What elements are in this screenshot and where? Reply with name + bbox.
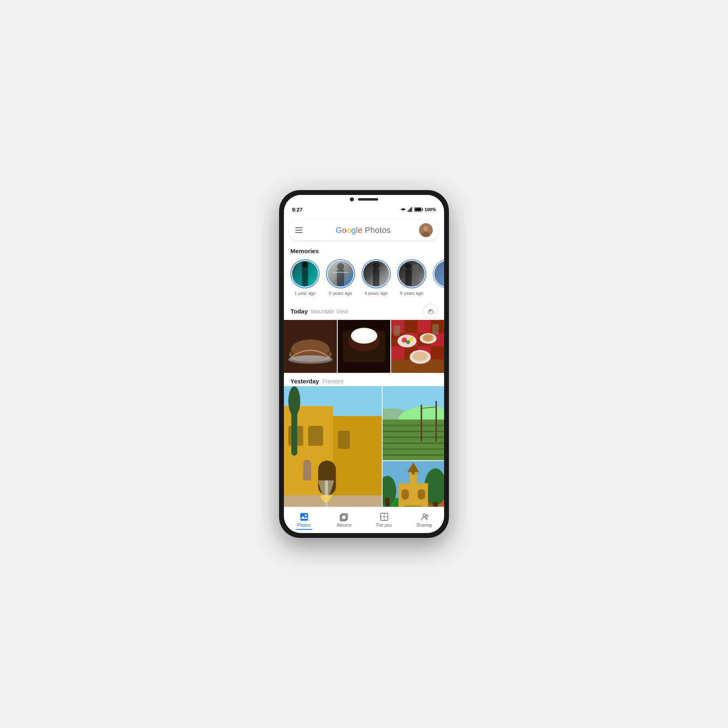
today-section-header: Today Mountain View [284,301,444,320]
memory-photo-2 [328,261,353,287]
app-header: Google Photos [289,220,439,240]
svg-point-50 [409,337,413,341]
svg-rect-80 [436,401,437,442]
svg-rect-67 [303,466,311,480]
cloud-icon [427,308,434,314]
svg-point-98 [305,514,307,516]
menu-button[interactable] [295,224,307,236]
svg-rect-92 [410,468,417,470]
title-o1: o [342,226,347,235]
title-g: G [336,226,342,235]
photo-table[interactable] [391,320,444,373]
person-silhouette-3 [366,262,386,286]
nav-albums-label: Albums [336,523,351,527]
memory-item-4[interactable]: 5 years ago [397,259,426,296]
memory-item-2[interactable]: 2 years ago [326,259,355,296]
memory-circle-3 [362,259,391,288]
phone-screen: 9:27 [284,195,444,533]
yesterday-right-photos [383,386,444,507]
app-title: Google Photos [307,226,419,235]
svg-point-109 [426,515,428,517]
nav-active-indicator [296,529,312,530]
nav-foryou[interactable]: For you [364,510,404,531]
svg-point-51 [423,334,434,341]
nav-foryou-label: For you [377,523,392,527]
memory-item-5[interactable]: 8 [433,259,444,296]
svg-rect-15 [373,269,379,286]
status-icons: 100% [400,207,436,212]
svg-point-13 [337,263,344,270]
svg-point-68 [303,459,311,468]
title-e: e [358,226,362,235]
memory-circle-2 [326,259,355,288]
svg-rect-53 [394,325,400,336]
yesterday-photo-grid [284,386,444,507]
title-g2: g [351,226,356,235]
svg-point-8 [423,226,428,231]
app-content: Google Photos Memories [284,217,444,507]
winery-photo-svg [284,386,382,507]
svg-rect-34 [404,320,418,333]
svg-point-108 [423,514,425,517]
svg-rect-35 [418,320,431,333]
photo-vineyard[interactable] [383,386,444,460]
memory-label-1: 1 year ago [294,291,315,296]
user-avatar[interactable] [419,223,433,237]
today-location: Mountain View [311,308,348,315]
memory-item-3[interactable]: 4 years ago [362,259,391,296]
photos-nav-icon [299,512,309,522]
photo-chocolate[interactable] [338,320,391,373]
svg-rect-77 [383,448,444,450]
svg-rect-78 [383,454,444,456]
avatar-image [419,223,433,237]
battery-icon [414,207,423,212]
svg-rect-14 [332,272,349,273]
menu-line [295,230,303,231]
notch-area [284,195,444,202]
phone-frame: 9:27 [279,190,449,538]
speaker-grill [358,198,378,201]
svg-rect-73 [383,425,444,426]
persons-silhouette-4 [400,262,424,286]
svg-rect-5 [422,209,423,211]
photo-pie[interactable] [284,320,337,373]
nav-photos[interactable]: Photos [284,510,324,531]
svg-rect-6 [415,208,421,211]
svg-rect-1 [409,209,410,212]
nav-sharing[interactable]: Sharing [404,510,444,531]
svg-point-11 [302,262,308,268]
photo-building[interactable] [383,461,444,507]
svg-point-26 [289,356,332,362]
nav-albums[interactable]: Albums [324,510,364,531]
memory-circle-1 [290,259,320,288]
building-photo-svg [383,461,444,507]
memory-item-1[interactable]: 1 year ago [290,259,320,296]
svg-rect-79 [421,404,423,441]
svg-point-64 [288,386,300,416]
svg-rect-60 [308,426,323,446]
svg-rect-84 [385,498,390,507]
photo-winery-large[interactable] [284,386,382,507]
nav-sharing-label: Sharing [417,523,432,527]
person-silhouette-2 [330,262,351,286]
svg-rect-76 [383,442,444,444]
svg-rect-75 [383,436,444,438]
battery-percent: 100% [425,207,436,212]
foryou-icon [380,512,389,521]
vineyard-photo-svg [383,386,444,460]
signal-icon [408,207,413,212]
svg-point-52 [413,351,428,361]
menu-line [295,232,303,233]
memory-circle-5 [433,259,444,288]
sharing-icon [420,512,429,521]
svg-rect-61 [338,431,349,449]
person-silhouette-1 [297,262,313,286]
svg-rect-93 [402,489,409,499]
cloud-sync-button[interactable] [423,304,438,318]
memories-row: 1 year ago [284,257,444,301]
memory-circle-4 [397,259,426,288]
yesterday-location: Fremont [322,378,343,385]
wifi-icon [400,207,406,212]
title-photos: Photos [362,226,391,235]
svg-point-17 [405,263,412,270]
